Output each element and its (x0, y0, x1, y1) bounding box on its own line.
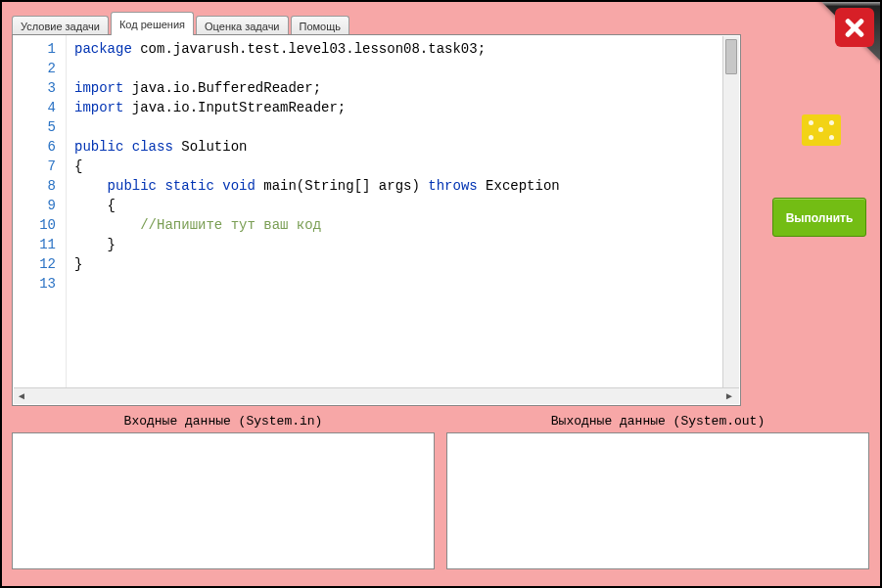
tab-solution-code[interactable]: Код решения (111, 12, 194, 35)
output-textarea (446, 432, 869, 569)
code-content[interactable]: package com.javarush.test.level03.lesson… (67, 35, 740, 388)
tab-evaluation[interactable]: Оценка задачи (196, 16, 288, 35)
close-button[interactable] (835, 8, 874, 47)
tab-help[interactable]: Помощь (291, 16, 350, 35)
run-button-label: Выполнить (786, 211, 854, 225)
tab-label: Помощь (300, 21, 342, 32)
tab-problem-statement[interactable]: Условие задачи (12, 16, 109, 35)
scroll-thumb[interactable] (725, 39, 737, 74)
input-textarea[interactable] (12, 432, 435, 569)
input-label: Входные данные (System.in) (12, 414, 435, 432)
scroll-right-icon[interactable]: ► (724, 390, 736, 402)
code-editor[interactable]: 1 2 3 4 5 6 7 8 9 10 11 12 13 package co… (12, 34, 741, 406)
line-number-gutter: 1 2 3 4 5 6 7 8 9 10 11 12 13 (13, 35, 67, 388)
run-button[interactable]: Выполнить (772, 198, 866, 237)
tab-label: Оценка задачи (205, 21, 279, 32)
vertical-scrollbar[interactable] (722, 36, 739, 387)
dice-icon[interactable] (802, 114, 841, 146)
tab-label: Условие задачи (21, 21, 100, 32)
output-label: Выходные данные (System.out) (446, 414, 869, 432)
tab-bar: Условие задачи Код решения Оценка задачи… (12, 12, 880, 35)
horizontal-scrollbar[interactable]: ◄ ► (14, 387, 739, 404)
scroll-left-icon[interactable]: ◄ (17, 390, 28, 402)
tab-label: Код решения (119, 19, 185, 30)
